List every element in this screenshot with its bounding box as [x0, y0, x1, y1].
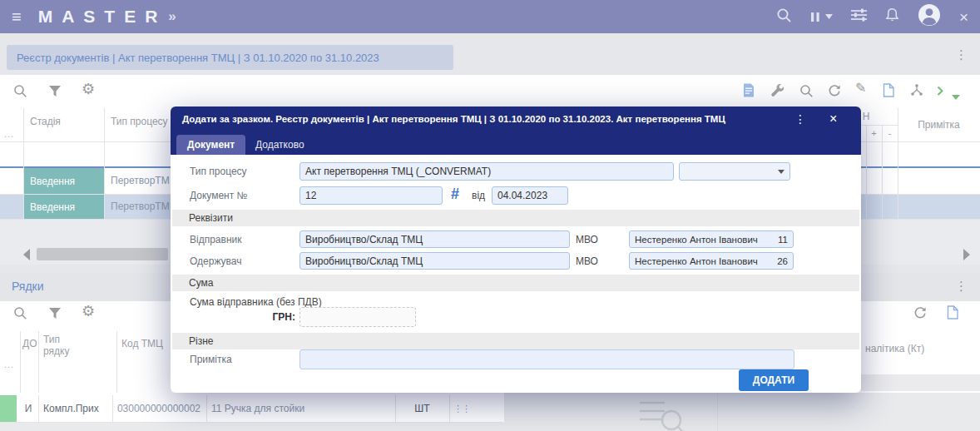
receiver-mvo-label: МВО: [576, 255, 598, 267]
col-sub-minus2[interactable]: -: [882, 128, 898, 138]
pause-dropdown-icon[interactable]: [810, 12, 833, 22]
row-status-marker: [0, 395, 17, 422]
col-header-row-type-1[interactable]: Тип: [43, 334, 60, 345]
col-header-analytics-kt[interactable]: налітика (Кт): [865, 343, 924, 354]
scroll-right-arrow[interactable]: [963, 249, 970, 260]
horizontal-scrollbar-thumb[interactable]: [37, 248, 168, 260]
number-hash-icon[interactable]: #: [451, 186, 459, 203]
row-unit-cell[interactable]: ШТ: [398, 395, 447, 422]
section-sum: Сума: [172, 275, 859, 291]
registry-filter-icon[interactable]: [48, 85, 62, 101]
sender-mvo-input[interactable]: Нестеренко Антон Іванович11: [629, 230, 794, 248]
tab-document[interactable]: Документ: [176, 135, 245, 155]
col-header-doc[interactable]: ДО: [22, 338, 37, 349]
stage-cell[interactable]: Введення: [23, 168, 104, 194]
col-header-tmc-code[interactable]: Код ТМЦ: [121, 338, 163, 349]
receiver-mvo-input[interactable]: Нестеренко Антон Іванович26: [629, 252, 794, 270]
col-sub-plus2[interactable]: +: [866, 128, 882, 138]
col-header-dots[interactable]: ...: [4, 129, 14, 139]
chevron-right-icon[interactable]: [937, 85, 943, 100]
date-prefix-label: від: [472, 190, 485, 201]
row-code-cell[interactable]: 030000000000002: [115, 395, 200, 422]
process-type-label: Тип процесу: [190, 166, 247, 177]
rows-settings-gear-icon[interactable]: ⚙: [82, 302, 95, 320]
chevron-down-icon[interactable]: [952, 88, 960, 103]
row-name-cell[interactable]: 11 Ручка для стойки: [211, 395, 304, 422]
row-flag-cell[interactable]: И: [18, 395, 38, 422]
rows-filter-band: [861, 374, 980, 391]
refresh-icon[interactable]: [828, 84, 841, 101]
note-input[interactable]: [299, 349, 794, 369]
empty-state-watermark-icon: [636, 398, 688, 431]
date-input[interactable]: 04.04.2023: [492, 186, 568, 205]
breadcrumb[interactable]: Реєстр документів | Акт перетворення ТМЦ…: [7, 45, 453, 70]
grid-line: [395, 395, 396, 422]
sliders-icon[interactable]: [851, 8, 867, 25]
grid-line: [206, 395, 207, 422]
sender-mvo-label: МВО: [576, 234, 598, 245]
grid-line: [104, 108, 105, 219]
toolbar-search-icon[interactable]: [799, 84, 814, 102]
wrench-icon[interactable]: [770, 83, 785, 102]
rows-search-icon[interactable]: [13, 306, 27, 324]
receiver-value: Виробництво/Склад ТМЦ: [305, 255, 423, 267]
pencil-icon[interactable]: ✎: [855, 80, 866, 96]
breadcrumb-title: Реєстр документів | Акт перетворення ТМЦ…: [17, 52, 379, 64]
sum-sender-label: Сума відправника (без ПДВ): [190, 296, 322, 308]
process-type-dropdown[interactable]: [679, 162, 790, 181]
sender-mvo-name: Нестеренко Антон Іванович: [635, 235, 758, 245]
col-header-stage[interactable]: Стадія: [30, 116, 61, 127]
add-button[interactable]: ДОДАТИ: [739, 369, 809, 391]
sender-mvo-code: 11: [778, 235, 788, 245]
avatar[interactable]: [918, 3, 941, 30]
topbar-actions: ×: [776, 0, 968, 33]
process-type-cell[interactable]: ПеретворТМ: [111, 195, 171, 219]
section-requisites: Реквізити: [172, 210, 859, 226]
sender-input[interactable]: Виробництво/Склад ТМЦ: [299, 230, 570, 248]
col-header-note[interactable]: Примітка: [898, 119, 980, 131]
dialog-kebab-icon[interactable]: ⋮: [794, 112, 806, 126]
process-type-input[interactable]: Акт перетворення ТМЦ (_CONVERMAT): [299, 162, 674, 181]
doc-number-input[interactable]: 12: [299, 186, 443, 205]
document-outline-icon[interactable]: [883, 83, 895, 101]
receiver-input[interactable]: Виробництво/Склад ТМЦ: [299, 252, 570, 270]
grid-line: [38, 331, 39, 393]
document-filled-icon[interactable]: [743, 83, 755, 101]
section-misc: Різне: [172, 333, 859, 349]
breadcrumb-kebab-icon[interactable]: ⋮: [955, 48, 968, 61]
col-header-row-type-2[interactable]: рядку: [43, 345, 69, 357]
app-logo[interactable]: MASTER: [38, 7, 167, 27]
menu-icon[interactable]: ≡: [12, 7, 22, 27]
bottom-right-empty-area: [504, 393, 980, 431]
rows-filter-icon[interactable]: [48, 307, 62, 323]
bell-icon[interactable]: [885, 7, 899, 26]
grn-label: ГРН:: [216, 311, 295, 323]
search-icon[interactable]: [776, 7, 792, 27]
registry-settings-gear-icon[interactable]: ⚙: [82, 80, 95, 98]
sender-value: Виробництво/Склад ТМЦ: [305, 234, 423, 245]
grid-line: [23, 108, 24, 219]
receiver-label: Одержувач: [190, 255, 241, 267]
registry-search-icon[interactable]: [13, 84, 27, 102]
rows-panel-kebab-icon[interactable]: ⋮: [955, 280, 968, 292]
tab-additional[interactable]: Додатково: [255, 135, 304, 155]
col-header-dots[interactable]: ...: [4, 359, 14, 369]
note-label: Примітка: [190, 354, 232, 365]
row-type-cell[interactable]: Компл.Прих: [43, 395, 99, 422]
grid-line: [20, 331, 21, 393]
stage-cell[interactable]: Введення: [23, 195, 104, 219]
close-icon[interactable]: ×: [959, 9, 968, 25]
dropdown-caret-icon: [778, 170, 784, 174]
scroll-left-arrow[interactable]: [23, 249, 30, 260]
col-header-process-type[interactable]: Тип процесу: [111, 116, 168, 127]
logo-chevrons: »: [168, 8, 176, 25]
dialog-close-icon[interactable]: ×: [829, 111, 837, 126]
process-type-cell[interactable]: ПеретворТМ: [111, 168, 171, 194]
row-drag-handle-icon[interactable]: ⋮⋮: [453, 395, 470, 422]
rows-refresh-icon[interactable]: [913, 306, 927, 323]
grid-line: [449, 395, 450, 422]
branch-icon[interactable]: [910, 83, 923, 100]
grn-input[interactable]: [299, 307, 416, 327]
rows-document-outline-icon[interactable]: [947, 305, 959, 323]
receiver-mvo-name: Нестеренко Антон Іванович: [635, 256, 758, 266]
